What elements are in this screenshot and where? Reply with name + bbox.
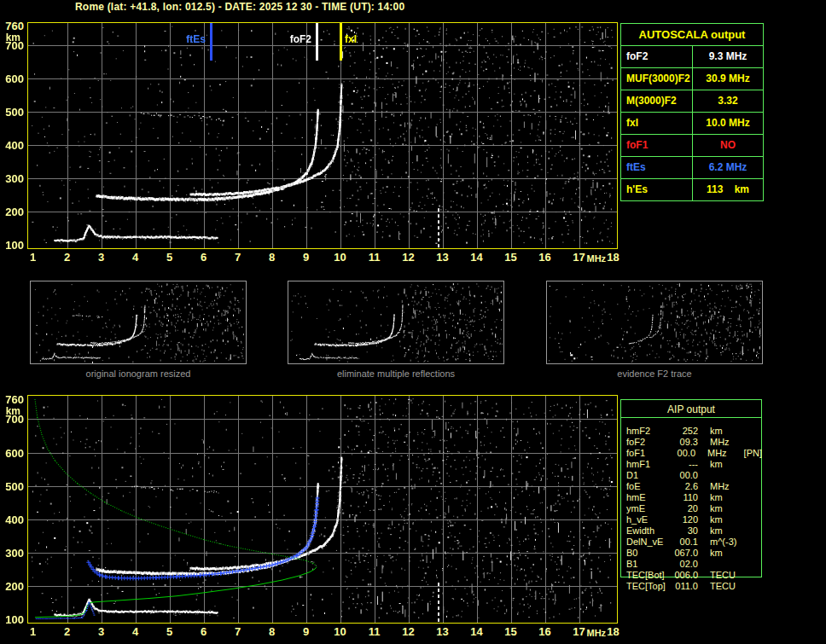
autoscala-param-value: NO bbox=[693, 135, 763, 156]
x-axis-tick-label: 14 bbox=[466, 626, 488, 637]
autoscala-param-value: 30.9 MHz bbox=[693, 68, 763, 90]
y-axis-tick-label: 400 bbox=[0, 514, 24, 525]
aip-extra bbox=[744, 426, 747, 437]
aip-unit: m^(-3) bbox=[698, 537, 744, 548]
ionogram-profile-canvas bbox=[27, 395, 618, 624]
aip-value: 00.1 bbox=[671, 537, 698, 548]
aip-label: DelN_vE bbox=[626, 537, 671, 548]
aip-label: B0 bbox=[626, 548, 671, 559]
aip-value: 09.3 bbox=[671, 437, 698, 448]
x-axis-tick-label: 3 bbox=[90, 626, 113, 637]
aip-extra bbox=[744, 437, 747, 448]
aip-row: D100.0 bbox=[626, 470, 762, 481]
aip-value: 02.0 bbox=[671, 559, 698, 570]
aip-extra bbox=[744, 470, 747, 481]
aip-value: 120 bbox=[671, 514, 698, 525]
aip-value: 011.0 bbox=[671, 581, 698, 592]
aip-row: Ewidth30km bbox=[626, 525, 762, 537]
aip-unit: km bbox=[698, 459, 744, 470]
aip-parameter-rows: hmF2252kmfoF209.3MHzfoF100.0MHz[PN]hmF1-… bbox=[620, 418, 762, 592]
autoscala-table-title: AUTOSCALA output bbox=[621, 24, 763, 46]
aip-label: D1 bbox=[626, 470, 671, 481]
x-axis-tick-label: 1 bbox=[22, 626, 44, 637]
x-axis-tick-label: 13 bbox=[432, 252, 454, 263]
x-axis-tick-label: 14 bbox=[466, 252, 488, 263]
x-axis-tick-label: 15 bbox=[500, 626, 522, 637]
aip-row: ymE20km bbox=[626, 503, 762, 514]
aip-value: 20 bbox=[671, 503, 698, 514]
x-axis-tick-label: 1 bbox=[22, 252, 44, 263]
aip-unit: TECU bbox=[698, 581, 744, 592]
y-axis-tick-label: 760 bbox=[0, 20, 24, 32]
aip-value: 00.0 bbox=[671, 470, 698, 481]
x-axis-unit-label: MHz bbox=[587, 629, 607, 638]
y-axis-tick-label: 100 bbox=[0, 614, 24, 625]
aip-unit: km bbox=[698, 548, 744, 559]
y-axis-tick-label: 300 bbox=[0, 548, 24, 559]
x-axis-tick-label: 16 bbox=[534, 626, 556, 637]
x-axis-tick-label: 12 bbox=[398, 252, 420, 263]
x-axis-tick-label: 2 bbox=[56, 626, 79, 637]
x-axis-tick-label: 4 bbox=[125, 252, 147, 263]
x-axis-tick-label: 3 bbox=[90, 252, 113, 263]
x-axis-tick-label: 12 bbox=[398, 626, 420, 637]
aip-extra bbox=[744, 481, 747, 492]
thumbnail-evidence-f2-trace bbox=[546, 281, 763, 364]
x-axis-tick-label: 10 bbox=[329, 626, 352, 637]
aip-unit: km bbox=[698, 492, 744, 503]
autoscala-output-table: AUTOSCALA output foF29.3 MHzMUF(3000)F23… bbox=[620, 23, 764, 201]
aip-output-panel: AIP output hmF2252kmfoF209.3MHzfoF100.0M… bbox=[620, 399, 762, 592]
x-axis-tick-label: 6 bbox=[193, 252, 215, 263]
y-axis-tick-label: 200 bbox=[0, 581, 24, 592]
autoscala-param-label: MUF(3000)F2 bbox=[621, 68, 693, 90]
autoscala-param-value: 3.32 bbox=[693, 90, 763, 112]
autoscala-param-value: 113 km bbox=[693, 179, 763, 200]
aip-label: TEC[Bot] bbox=[626, 570, 671, 581]
aip-value: 30 bbox=[671, 525, 698, 537]
aip-label: foE bbox=[626, 481, 671, 492]
y-axis-unit-label: km bbox=[0, 32, 20, 43]
autoscala-table-rows: foF29.3 MHzMUF(3000)F230.9 MHzM(3000)F23… bbox=[621, 46, 763, 200]
y-axis-tick-label: 600 bbox=[0, 448, 24, 459]
y-axis-tick-label: 500 bbox=[0, 481, 24, 492]
autoscala-row: foF29.3 MHz bbox=[621, 46, 763, 68]
aip-label: hmF2 bbox=[626, 426, 671, 437]
aip-label: h_vE bbox=[626, 514, 671, 525]
x-axis-tick-label: 5 bbox=[159, 626, 181, 637]
aip-unit: km bbox=[698, 503, 744, 514]
autoscala-param-label: fxI bbox=[621, 113, 693, 134]
autoscala-param-value: 6.2 MHz bbox=[693, 157, 763, 178]
y-axis-tick-label: 600 bbox=[0, 73, 24, 84]
aip-value: 006.0 bbox=[671, 570, 698, 581]
aip-extra bbox=[744, 503, 747, 514]
aip-row: B102.0 bbox=[626, 559, 762, 570]
aip-value: --- bbox=[671, 459, 698, 470]
aip-unit bbox=[698, 470, 744, 481]
aip-value: 067.0 bbox=[671, 548, 698, 559]
autoscala-param-label: foF2 bbox=[621, 46, 693, 67]
autoscala-row: fxI10.0 MHz bbox=[621, 113, 763, 135]
x-axis-unit-label: MHz bbox=[587, 254, 607, 264]
aip-extra bbox=[744, 537, 747, 548]
aip-extra bbox=[744, 459, 747, 470]
aip-value: 110 bbox=[671, 492, 698, 503]
aip-row: B0067.0km bbox=[626, 548, 762, 559]
autoscala-param-value: 9.3 MHz bbox=[693, 46, 763, 67]
aip-unit: km bbox=[698, 525, 744, 537]
aip-unit: MHz bbox=[698, 437, 744, 448]
x-axis-tick-label: 9 bbox=[295, 626, 317, 637]
aip-extra bbox=[744, 492, 747, 503]
thumbnail-caption: original ionogram resized bbox=[30, 368, 247, 379]
aip-label: hmF1 bbox=[626, 459, 671, 470]
autoscala-param-label: h'Es bbox=[621, 179, 693, 200]
autoscala-row: M(3000)F23.32 bbox=[621, 90, 763, 113]
aip-value: 00.0 bbox=[669, 448, 695, 459]
x-axis-tick-label: 13 bbox=[432, 626, 454, 637]
thumbnail-caption: eliminate multiple reflections bbox=[288, 368, 504, 379]
y-axis-unit-label: km bbox=[0, 406, 20, 416]
x-axis-tick-label: 7 bbox=[227, 252, 249, 263]
aip-label: foF1 bbox=[626, 448, 669, 459]
aip-row: foF100.0MHz[PN] bbox=[626, 448, 762, 459]
page-title: Rome (lat: +41.8, lon: 012.5) - DATE: 20… bbox=[75, 1, 404, 13]
aip-label: TEC[Top] bbox=[626, 581, 671, 592]
